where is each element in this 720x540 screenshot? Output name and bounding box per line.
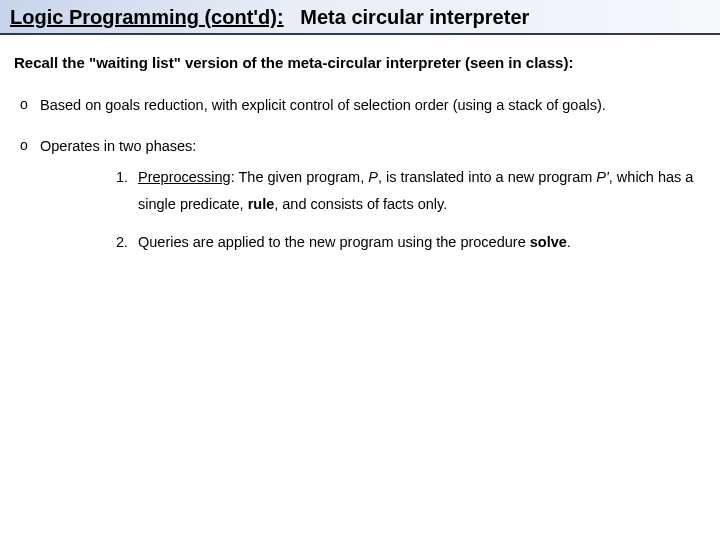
text: . — [567, 234, 571, 250]
text: Queries are applied to the new program u… — [138, 234, 530, 250]
numbered-item: Preprocessing: The given program, P, is … — [132, 164, 706, 219]
phase-label: Preprocessing — [138, 169, 231, 185]
bullet-list: Based on goals reduction, with explicit … — [14, 95, 706, 256]
bullet-item: Operates in two phases: Preprocessing: T… — [20, 136, 706, 257]
title-bar: Logic Programming (cont'd): Meta circula… — [0, 0, 720, 35]
title-separator — [284, 6, 301, 28]
kw-rule: rule — [248, 196, 275, 212]
text: : The given program, — [231, 169, 369, 185]
bullet-item: Based on goals reduction, with explicit … — [20, 95, 706, 115]
numbered-item: Queries are applied to the new program u… — [132, 229, 706, 257]
intro-text: Recall the "waiting list" version of the… — [14, 53, 706, 73]
var-p: P — [368, 169, 378, 185]
numbered-list: Preprocessing: The given program, P, is … — [40, 164, 706, 257]
slide-content: Recall the "waiting list" version of the… — [0, 35, 720, 256]
text: , is translated into a new program — [378, 169, 596, 185]
kw-solve: solve — [530, 234, 567, 250]
var-p-prime: P' — [596, 169, 608, 185]
slide-subtitle: Meta circular interpreter — [300, 6, 529, 28]
text: , and consists of facts only. — [274, 196, 447, 212]
slide-topic: Logic Programming (cont'd): — [10, 6, 284, 28]
bullet-text: Operates in two phases: — [40, 138, 196, 154]
